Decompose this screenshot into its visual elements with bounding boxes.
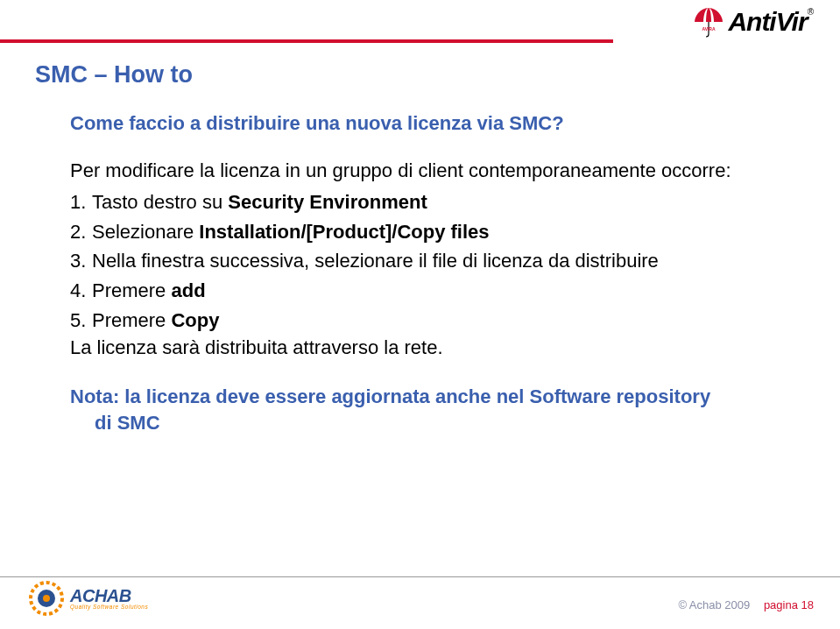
step-4: 4.Premere add <box>70 278 771 304</box>
brand-name: AntiVir <box>728 7 807 36</box>
company-logo: ACHAB Quality Software Solutions <box>28 580 148 617</box>
page-title: SMC – How to <box>35 61 193 88</box>
company-name: ACHAB <box>70 587 148 604</box>
after-text: La licenza sarà distribuita attraverso l… <box>70 336 771 359</box>
step-bold: Copy <box>171 309 219 331</box>
note-text: Nota: la licenza deve essere aggiornata … <box>70 384 771 435</box>
step-number: 3. <box>70 248 92 274</box>
intro-text: Per modificare la licenza in un gruppo d… <box>70 159 771 182</box>
umbrella-icon: AVIRA <box>691 4 726 39</box>
step-text: Nella finestra successiva, selezionare i… <box>92 250 659 272</box>
copyright: © Achab 2009 pagina 18 <box>678 598 814 611</box>
step-text: Tasto destro su <box>92 191 228 213</box>
step-1: 1.Tasto destro su Security Environment <box>70 189 771 216</box>
step-number: 1. <box>70 189 92 216</box>
svg-point-3 <box>43 595 50 602</box>
step-text: Selezionare <box>92 221 199 243</box>
footer: ACHAB Quality Software Solutions © Achab… <box>0 576 840 629</box>
page-number: pagina 18 <box>764 598 814 611</box>
step-number: 4. <box>70 278 92 304</box>
step-number: 2. <box>70 219 92 245</box>
step-number: 5. <box>70 307 92 334</box>
step-5: 5.Premere Copy <box>70 307 771 334</box>
step-text: Premere <box>92 279 171 301</box>
gear-icon <box>28 580 65 617</box>
copyright-text: © Achab 2009 <box>678 598 750 611</box>
note-line-1: Nota: la licenza deve essere aggiornata … <box>70 385 710 407</box>
registered-mark: ® <box>808 7 814 17</box>
note-line-2: di SMC <box>95 412 160 434</box>
step-bold: add <box>171 279 205 301</box>
footer-divider <box>0 576 840 577</box>
step-2: 2.Selezionare Installation/[Product]/Cop… <box>70 219 771 245</box>
brand-logo: AVIRA AntiVir® <box>691 4 814 39</box>
step-3: 3.Nella finestra successiva, selezionare… <box>70 248 771 274</box>
vendor-label-svg: AVIRA <box>702 26 716 32</box>
step-text: Premere <box>92 309 171 331</box>
content-area: Come faccio a distribuire una nuova lice… <box>70 112 771 436</box>
company-tagline: Quality Software Solutions <box>70 604 148 611</box>
step-bold: Security Environment <box>228 191 427 213</box>
header-divider <box>0 39 613 43</box>
question-heading: Come faccio a distribuire una nuova lice… <box>70 112 771 135</box>
step-bold: Installation/[Product]/Copy files <box>199 221 489 243</box>
